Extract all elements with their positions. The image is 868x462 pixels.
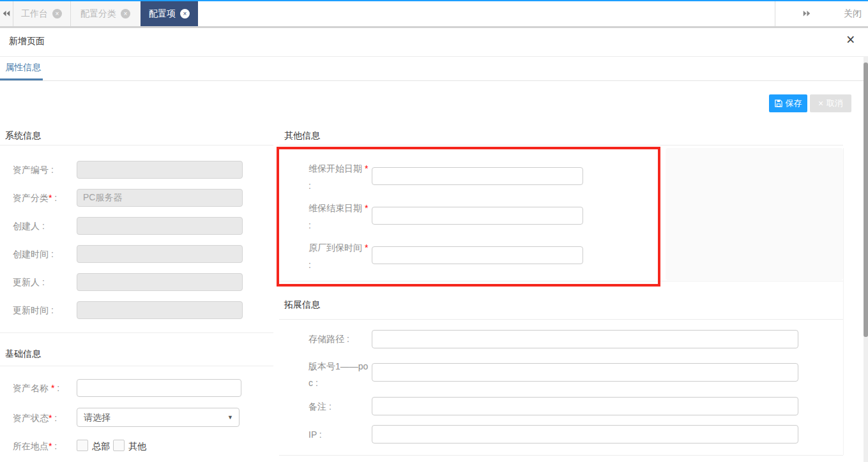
asset-code-label: 资产编号 : bbox=[13, 165, 54, 176]
section-divider bbox=[0, 145, 273, 145]
empty-panel-area bbox=[666, 148, 843, 280]
section-title-extend-info: 拓展信息 bbox=[284, 299, 320, 311]
tab-bar-right-area bbox=[198, 1, 868, 26]
chevron-down-icon: ▼ bbox=[227, 414, 233, 421]
select-value: 请选择 bbox=[84, 412, 110, 424]
close-tabs-button[interactable]: 关闭 bbox=[837, 1, 868, 26]
tab-attribute-info[interactable]: 属性信息 bbox=[5, 62, 41, 73]
asset-status-select[interactable]: 请选择 ▼ bbox=[77, 408, 240, 427]
location-checkbox-other[interactable] bbox=[113, 440, 125, 451]
page-title: 新增页面 bbox=[9, 36, 45, 47]
tab-close-icon[interactable]: × bbox=[52, 9, 62, 19]
cancel-label: 取消 bbox=[826, 98, 843, 109]
asset-name-input[interactable] bbox=[77, 379, 241, 397]
create-time-input bbox=[77, 245, 243, 263]
section-divider bbox=[279, 145, 843, 145]
tabs-scroll-right-button[interactable] bbox=[775, 1, 839, 26]
ip-label: IP : bbox=[308, 429, 322, 440]
section-divider bbox=[0, 366, 273, 366]
header-divider bbox=[0, 56, 868, 57]
app-window: 工作台 × 配置分类 × 配置项 × 关闭 新增页面 × 属性信息 保存 bbox=[0, 0, 868, 462]
section-title-basic-info: 基础信息 bbox=[5, 348, 41, 360]
updater-label: 更新人 : bbox=[13, 277, 45, 288]
section-divider bbox=[279, 455, 843, 456]
section-divider bbox=[0, 332, 273, 333]
storage-path-input[interactable] bbox=[372, 330, 798, 348]
tab-bar-bottom-strip bbox=[0, 26, 868, 28]
dialog-close-icon[interactable]: × bbox=[846, 32, 855, 47]
asset-code-input bbox=[77, 161, 243, 179]
save-label: 保存 bbox=[786, 98, 802, 109]
tabs-scroll-left-button[interactable] bbox=[0, 1, 13, 26]
tab-label: 配置项 bbox=[149, 8, 176, 20]
maintenance-end-date-input[interactable] bbox=[372, 207, 583, 225]
remark-input[interactable] bbox=[372, 397, 798, 415]
tab-config-category[interactable]: 配置分类 × bbox=[70, 1, 141, 26]
content-right-border bbox=[843, 148, 844, 455]
asset-category-label: 资产分类* : bbox=[13, 193, 57, 204]
cancel-button[interactable]: × 取消 bbox=[810, 94, 851, 112]
double-right-arrow-icon bbox=[802, 9, 811, 19]
double-left-arrow-icon bbox=[2, 9, 11, 19]
maintenance-start-date-input[interactable] bbox=[372, 167, 583, 185]
tab-bar: 工作台 × 配置分类 × 配置项 × 关闭 bbox=[0, 1, 868, 26]
section-title-other-info: 其他信息 bbox=[284, 130, 320, 142]
update-time-input bbox=[77, 301, 243, 319]
tab-workbench[interactable]: 工作台 × bbox=[13, 1, 71, 26]
version-input[interactable] bbox=[372, 363, 798, 382]
tab-close-icon[interactable]: × bbox=[180, 9, 190, 19]
save-icon bbox=[775, 100, 782, 107]
location-label: 所在地点* : bbox=[13, 441, 57, 452]
warranty-expiry-input[interactable] bbox=[372, 246, 583, 264]
remark-label: 备注 : bbox=[308, 401, 331, 413]
save-button[interactable]: 保存 bbox=[769, 94, 807, 112]
section-title-system-info: 系统信息 bbox=[5, 130, 41, 142]
tab-config-item-active[interactable]: 配置项 × bbox=[141, 1, 198, 26]
creator-input bbox=[77, 217, 243, 235]
tab-close-icon[interactable]: × bbox=[121, 9, 130, 19]
cancel-x-icon: × bbox=[818, 99, 823, 108]
updater-input bbox=[77, 273, 243, 291]
scrollbar-thumb[interactable] bbox=[864, 63, 868, 337]
close-tabs-label: 关闭 bbox=[844, 8, 862, 20]
asset-name-label: 资产名称 * : bbox=[13, 383, 59, 394]
ip-input[interactable] bbox=[372, 425, 798, 443]
update-time-label: 更新时间 : bbox=[13, 305, 54, 317]
location-option-other-label: 其他 bbox=[128, 441, 146, 452]
create-time-label: 创建时间 : bbox=[13, 249, 54, 260]
creator-label: 创建人 : bbox=[13, 221, 45, 232]
version-label: 版本号1——poc : bbox=[308, 358, 370, 391]
asset-category-input bbox=[77, 189, 243, 207]
location-option-hq-label: 总部 bbox=[92, 441, 110, 452]
tab-label: 配置分类 bbox=[80, 8, 116, 20]
asset-status-label: 资产状态* : bbox=[13, 413, 57, 424]
tab-label: 工作台 bbox=[21, 8, 48, 20]
tabs-divider bbox=[0, 80, 868, 81]
storage-path-label: 存储路径 : bbox=[308, 334, 349, 345]
section-divider bbox=[279, 319, 843, 320]
location-checkbox-hq[interactable] bbox=[77, 440, 88, 451]
